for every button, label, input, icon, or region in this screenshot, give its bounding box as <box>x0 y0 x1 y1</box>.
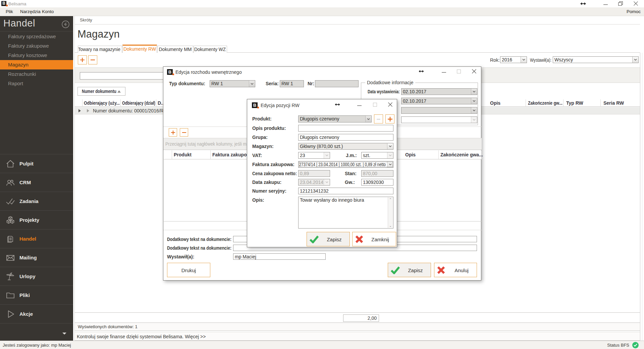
produkt-add-button[interactable] <box>385 114 394 123</box>
dialog2-zapisz-button[interactable]: Zapisz <box>307 232 350 246</box>
data-wystawienia-select[interactable]: 02.10.2017 <box>401 88 477 95</box>
produkt-browse-button[interactable]: ... <box>374 114 383 123</box>
tab-dokumenty-wz[interactable]: Dokumenty WZ <box>194 46 227 53</box>
sidebar-module-handel[interactable]: Handel <box>0 230 73 248</box>
sidebar-module-projekty[interactable]: Projekty <box>0 211 73 230</box>
titlebar: B Belisama <box>0 0 644 7</box>
sidebar-item-faktury-sprzedazowe[interactable]: Faktury sprzedażowe <box>0 32 73 41</box>
row4-value-text <box>401 117 471 123</box>
groupbox-select-3[interactable] <box>401 107 477 114</box>
chevron-down-icon <box>387 143 393 149</box>
sidebar-item-rozrachunki[interactable]: Rozrachunki <box>0 69 73 79</box>
sidebar-module-mailing[interactable]: Mailing <box>0 248 73 267</box>
maximize-button[interactable] <box>369 101 381 108</box>
textarea-scrollbar[interactable]: ⌃ ⌄ <box>388 197 393 228</box>
dialog1-header-zakonczenie[interactable]: Zakończenie gwa... <box>439 150 481 159</box>
scroll-down-icon[interactable]: ⌄ <box>388 223 392 228</box>
resize-horizontal-icon[interactable] <box>577 0 589 7</box>
dots-button-text: ... <box>377 115 380 120</box>
chevron-down-icon <box>471 89 477 95</box>
tab-skroty[interactable]: Skróty <box>80 17 92 22</box>
anuluj-button[interactable]: Anuluj <box>434 263 477 277</box>
dialog1-zapisz-button[interactable]: Zapisz <box>388 263 431 277</box>
table-header-opis[interactable]: Opis <box>485 99 526 106</box>
table-header-odbierajacy-dzial[interactable]: Odbierający (dział) <box>121 99 156 106</box>
resize-horizontal-icon[interactable] <box>332 101 343 108</box>
sidebar-item-faktury-zakupowe[interactable]: Faktury zakupowe <box>0 41 73 51</box>
group-expand-arrow-icon[interactable] <box>87 109 89 112</box>
maximize-restore-button[interactable] <box>615 0 626 7</box>
users-icon <box>6 178 15 187</box>
jm-select[interactable]: szt. <box>361 152 393 159</box>
table-header-seria-rw[interactable]: Seria RW <box>601 99 640 106</box>
zamknij-button[interactable]: Zamknij <box>352 232 396 246</box>
sidebar-module-urlopy[interactable]: Urlopy <box>0 267 73 286</box>
envelope-icon <box>6 253 15 262</box>
vat-select[interactable]: 23 <box>298 152 330 159</box>
minimize-button[interactable] <box>600 0 611 7</box>
label-text: Projekty <box>19 217 39 223</box>
green-check-circle-icon <box>632 342 639 348</box>
dialog1-wystawil-input[interactable]: mp Maciej <box>233 253 326 260</box>
tab-towary-na-magazynie[interactable]: Towary na magazynie <box>78 46 122 53</box>
sidebar-item-raport[interactable]: Raport <box>0 79 73 88</box>
drukuj-button[interactable]: Drukuj <box>167 263 210 277</box>
sidebar-module-pulpit[interactable]: Pulpit <box>0 154 73 173</box>
dialog1-remove-row-button[interactable] <box>180 128 188 137</box>
close-button[interactable] <box>468 68 480 75</box>
groupbox-select-4[interactable] <box>401 116 477 123</box>
promo-text[interactable]: Kontroluj swoje finanse dzięki systemowi… <box>77 334 206 339</box>
menu-plik[interactable]: Plik <box>6 9 13 14</box>
menu-konto[interactable]: Konto <box>42 9 54 14</box>
wystawil-select[interactable]: Wszyscy <box>553 56 639 63</box>
sidebar-item-magazyn[interactable]: Magazyn <box>0 60 73 69</box>
grupa-input[interactable]: Długopis czerwony <box>298 134 393 141</box>
dialog1-header-produkt[interactable]: Produkt <box>172 150 211 159</box>
combo-value: 27374/14 | 23.04.2014 | 1000,00 szt. | 0… <box>299 161 387 167</box>
table-header-typ-rw[interactable]: Typ RW <box>564 99 601 106</box>
faktura-zakupowa-select[interactable]: 27374/14 | 23.04.2014 | 1000,00 szt. | 0… <box>298 161 393 168</box>
sidebar-module-pliki[interactable]: Pliki <box>0 286 73 305</box>
table-header-expander-column <box>75 99 83 106</box>
sidebar-item-faktury-kosztowe[interactable]: Faktury kosztowe <box>0 51 73 60</box>
minimize-button[interactable] <box>354 101 365 108</box>
typ-dokumentu-select[interactable]: RW 1 <box>210 80 255 87</box>
scroll-up-icon[interactable]: ⌃ <box>388 197 392 202</box>
gw-input[interactable]: 13092030 <box>361 179 393 186</box>
table-header-odbierajacy-uzy[interactable]: Odbierający (uży... <box>83 99 121 106</box>
sidebar-module-crm[interactable]: CRM <box>0 173 73 192</box>
group-by-chip[interactable]: Numer dokumentu <box>77 87 125 96</box>
menu-pomoc[interactable]: Pomoc <box>627 9 641 14</box>
logo-orange-dot <box>6 5 8 6</box>
maximize-button[interactable] <box>453 68 465 75</box>
sidebar-module-akcje[interactable]: Akcje <box>0 305 73 323</box>
label-text: Pulpit <box>19 161 34 166</box>
magazyn-select[interactable]: Główny (870,00 szt.) <box>298 143 393 150</box>
resize-horizontal-icon[interactable] <box>416 68 427 75</box>
opis-produktu-input[interactable] <box>298 125 393 132</box>
produkt-select[interactable]: Długopis czerwony <box>298 115 372 122</box>
dialog1-header-opis[interactable]: Opis <box>403 150 439 159</box>
circle-back-arrow-icon[interactable] <box>62 20 69 30</box>
opis-textarea[interactable]: Towar wysłany do innego biura ⌃ ⌄ <box>298 197 393 229</box>
dialog2-title: Edycja pozycji RW <box>261 103 300 108</box>
menu-narzedzia[interactable]: Narzędzia <box>20 9 41 14</box>
tab-dokumenty-rw[interactable]: Dokumenty RW <box>122 45 157 53</box>
add-document-button[interactable] <box>78 55 87 64</box>
seria-input[interactable]: RW 1 <box>280 80 304 87</box>
tab-dokumenty-mm[interactable]: Dokumenty MM <box>157 46 193 53</box>
expand-arrow-icon[interactable] <box>78 109 81 112</box>
numer-seryjny-input[interactable]: 12121341232 <box>298 188 393 194</box>
close-button[interactable] <box>384 101 396 108</box>
remove-document-button[interactable] <box>88 55 97 64</box>
home-icon <box>6 159 15 168</box>
minimize-button[interactable] <box>438 68 449 75</box>
nr-input[interactable] <box>315 80 359 87</box>
close-button[interactable] <box>630 0 641 7</box>
sidebar-module-zadania[interactable]: Zadania <box>0 192 73 211</box>
table-header-zakonczenie[interactable]: Zakończenie gw... <box>526 99 564 106</box>
dialog1-add-row-button[interactable] <box>169 128 177 137</box>
rok-select[interactable]: 2016 <box>500 56 527 63</box>
data-rozchodu-select[interactable]: 02.10.2017 <box>401 98 477 104</box>
chevron-down-icon[interactable] <box>62 330 67 336</box>
